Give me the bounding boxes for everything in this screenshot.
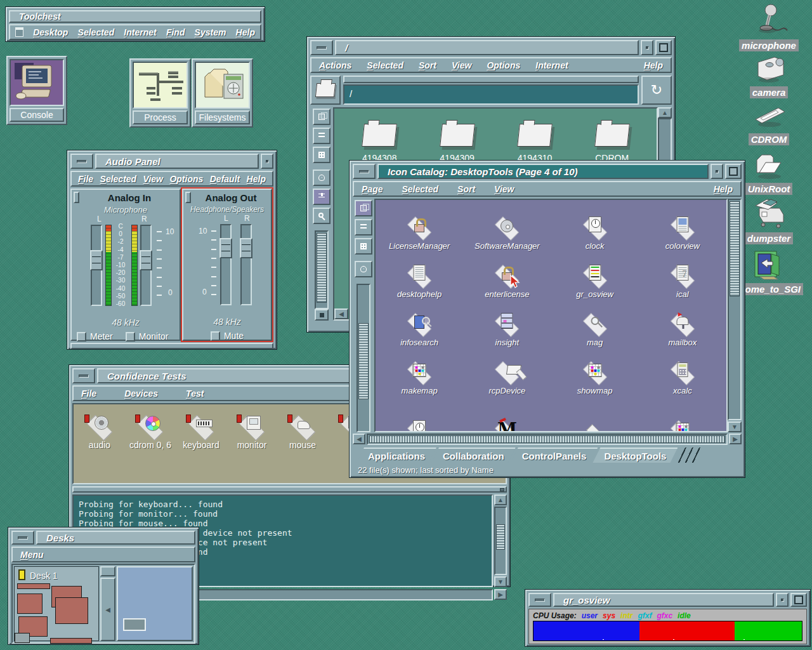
scroll-right-button[interactable]: ▶ (729, 434, 742, 444)
slider-thumb[interactable] (90, 250, 103, 270)
scroll-right-button[interactable]: ▶ (494, 589, 507, 600)
tab-applications[interactable]: Applications (357, 448, 436, 463)
mini-window[interactable] (123, 618, 146, 631)
slider-thumb[interactable] (219, 238, 232, 258)
catalog-icon-rcpdevice[interactable]: rcpDevice (463, 347, 551, 395)
desk1-preview[interactable]: Desk 1 (14, 566, 99, 641)
catalog-icon-row5[interactable] (639, 395, 726, 432)
catalog-icon-insight[interactable]: insight (463, 299, 551, 347)
catalog-hscrollbar[interactable]: ◀ ▶ (353, 434, 742, 445)
menu-desktop[interactable]: Desktop (33, 27, 68, 37)
catalog-icon-desktophelp[interactable]: desktophelp (376, 251, 463, 299)
catalog-icon-softwaremanager[interactable]: SoftwareManager (463, 202, 551, 251)
file-manager-titlebar[interactable]: / (335, 40, 639, 55)
view-search-button[interactable] (313, 208, 331, 224)
menu-file[interactable]: File (81, 388, 96, 399)
desks-scroll-strip[interactable]: ◀ (100, 566, 115, 641)
catalog-icon-mailbox[interactable]: mailbox (639, 299, 726, 347)
scroll-down-button[interactable]: ▼ (728, 421, 742, 432)
panel-grip[interactable] (74, 192, 79, 203)
more-tabs-icon[interactable] (672, 448, 702, 463)
maximize-button[interactable] (725, 164, 742, 179)
mini-window[interactable] (50, 638, 92, 644)
mini-window[interactable] (17, 583, 50, 589)
mini-window[interactable] (17, 594, 43, 614)
left-scrollbar[interactable] (357, 284, 370, 432)
scrollbar-track[interactable] (367, 434, 728, 445)
pane-split-button[interactable] (315, 309, 329, 321)
scroll-up-button[interactable]: ▲ (494, 494, 507, 505)
toolchest-titlebar[interactable]: Toolchest (9, 10, 261, 23)
minimize-button[interactable] (11, 531, 34, 545)
catalog-icon-gr-osview[interactable]: gr_osview (551, 251, 639, 299)
view-list-button[interactable] (355, 219, 372, 235)
menu-view[interactable]: View (143, 174, 163, 184)
mini-window[interactable] (15, 633, 30, 643)
folder-item[interactable]: 4194308 (362, 124, 397, 163)
catalog-icon-row5[interactable] (376, 395, 463, 432)
tab-controlpanels[interactable]: ControlPanels (511, 448, 598, 463)
desk2-preview[interactable] (117, 566, 193, 641)
view-sliders-button[interactable] (313, 189, 331, 205)
icon-camera[interactable]: camera (731, 53, 807, 98)
catalog-icon-mag[interactable]: mag (551, 299, 639, 347)
menu-selected[interactable]: Selected (367, 60, 403, 70)
maximize-button[interactable] (655, 40, 672, 55)
menu-selected[interactable]: Selected (402, 184, 438, 194)
menu-internet[interactable]: Internet (124, 27, 156, 37)
tab-desktoptools[interactable]: DesktopTools (593, 448, 678, 463)
catalog-icon-enterlicense[interactable]: enterlicense (463, 251, 551, 299)
left-gain-slider[interactable] (91, 225, 102, 306)
view-list-button[interactable] (313, 128, 331, 144)
catalog-icon-row5[interactable] (463, 395, 551, 432)
view-3d-button[interactable] (355, 200, 372, 216)
menu-selected[interactable]: Selected (78, 27, 115, 37)
scrollbar-thumb[interactable] (317, 233, 327, 303)
view-grid-button[interactable] (355, 238, 372, 255)
catalog-icon-licensemanager[interactable]: LicenseManager (376, 202, 463, 251)
desks-titlebar[interactable]: Desks (36, 531, 195, 545)
panel-grip[interactable] (185, 192, 191, 203)
menu-options[interactable]: Options (169, 174, 203, 184)
folder-item[interactable]: 4194310 (518, 124, 553, 163)
icon-welcome-to-sgi[interactable]: lcome_to_SGI (735, 249, 812, 295)
menu-desks[interactable]: Menu (20, 550, 44, 560)
path-input[interactable]: / (343, 84, 639, 105)
scrollbar-track[interactable] (728, 199, 742, 420)
icon-microphone[interactable]: microphone (731, 4, 807, 51)
menu-page[interactable]: Page (362, 184, 383, 194)
right-volume-slider[interactable] (240, 224, 252, 305)
folder-up-button[interactable] (310, 76, 341, 105)
window-menu-button[interactable] (710, 164, 723, 179)
minimize-button[interactable] (72, 368, 95, 383)
left-scrollbar[interactable] (315, 230, 329, 309)
view-3d-button[interactable] (313, 109, 331, 125)
slider-thumb[interactable] (240, 238, 252, 258)
right-scrollbar[interactable]: ▼ (728, 199, 742, 432)
menu-view[interactable]: View (452, 60, 471, 70)
catalog-icon-showmap[interactable]: showmap (551, 347, 639, 395)
catalog-icon-row5[interactable] (551, 395, 639, 432)
menu-file[interactable]: File (78, 174, 93, 184)
minimize-button[interactable] (70, 154, 93, 169)
audio-panel-titlebar[interactable]: Audio Panel (95, 154, 259, 169)
view-grid-button[interactable] (313, 147, 331, 163)
menu-help[interactable]: Help (236, 27, 255, 37)
path-sash[interactable] (343, 76, 639, 83)
console-launcher[interactable]: Console (6, 56, 67, 125)
catalog-icon-infosearch[interactable]: infosearch (376, 299, 463, 347)
menu-sort[interactable]: Sort (419, 60, 436, 70)
left-volume-slider[interactable] (220, 224, 232, 305)
menu-devices[interactable]: Devices (124, 388, 158, 399)
window-menu-button[interactable] (261, 154, 273, 169)
catalog-icon-clock[interactable]: clock (551, 202, 639, 251)
maximize-button[interactable] (790, 593, 807, 607)
slider-thumb[interactable] (140, 250, 152, 270)
scroll-left-button[interactable]: ◀ (353, 434, 365, 444)
device-mouse[interactable]: mouse (280, 409, 325, 450)
device-cdrom[interactable]: cdrom 0, 6 (128, 409, 173, 450)
scroll-left-button[interactable]: ◀ (334, 308, 348, 319)
catalog-icon-makemap[interactable]: makemap (376, 347, 463, 395)
scrollbar-thumb[interactable] (730, 201, 740, 296)
monitor-checkbox[interactable] (126, 332, 135, 342)
